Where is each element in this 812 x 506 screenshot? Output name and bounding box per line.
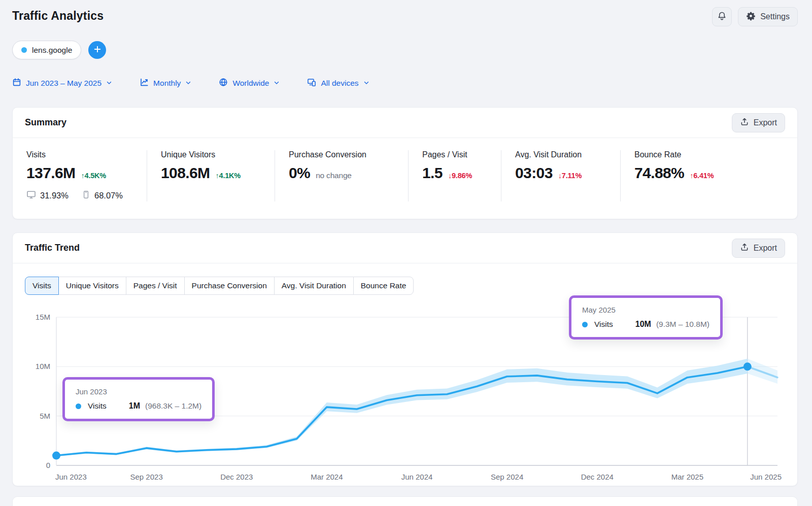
domain-chip[interactable]: lens.google <box>12 41 81 59</box>
chevron-down-icon <box>274 79 280 88</box>
filter-granularity[interactable]: Monthly <box>140 78 191 89</box>
metric-change: ↑4.5K% <box>81 172 106 180</box>
tab-purchase-conversion[interactable]: Purchase Conversion <box>184 277 275 295</box>
series-label: Visits <box>88 401 107 411</box>
tab-visits[interactable]: Visits <box>25 277 59 295</box>
filter-region-label: Worldwide <box>232 79 269 88</box>
line-chart-icon <box>140 78 149 89</box>
bell-icon <box>717 11 727 23</box>
svg-text:Jun 2024: Jun 2024 <box>401 473 433 481</box>
domain-color-dot <box>21 47 27 53</box>
svg-text:15M: 15M <box>36 313 50 321</box>
traffic-trend-card: Traffic Trend Export Visits Unique Visit… <box>12 232 798 486</box>
filter-region[interactable]: Worldwide <box>219 78 280 89</box>
metric-value: 0% <box>289 164 310 182</box>
metric-visits: Visits 137.6M ↑4.5K% 31.93% 68.07% <box>13 150 147 201</box>
filter-date-range[interactable]: Jun 2023 – May 2025 <box>12 78 112 89</box>
metric-label: Bounce Rate <box>634 150 791 159</box>
settings-label: Settings <box>760 12 790 21</box>
tab-bounce-rate[interactable]: Bounce Rate <box>353 277 414 295</box>
metric-change: ↑6.41% <box>690 172 714 180</box>
metric-purchase-conversion: Purchase Conversion 0% no change <box>275 150 408 201</box>
tooltip-date: May 2025 <box>582 306 709 314</box>
svg-text:Mar 2024: Mar 2024 <box>311 473 343 481</box>
metric-value: 137.6M <box>26 164 75 182</box>
series-dot-icon <box>582 322 588 327</box>
calendar-icon <box>12 78 21 89</box>
globe-icon <box>219 78 228 89</box>
svg-text:Dec 2023: Dec 2023 <box>220 473 253 481</box>
tab-unique-visitors[interactable]: Unique Visitors <box>58 277 126 295</box>
metric-value: 108.6M <box>161 164 210 182</box>
trend-title: Traffic Trend <box>25 243 80 253</box>
svg-text:5M: 5M <box>40 412 50 420</box>
metric-value: 74.88% <box>634 164 684 182</box>
topbar: Traffic Analytics Settings <box>0 0 812 26</box>
metric-bounce-rate: Bounce Rate 74.88% ↑6.41% <box>620 150 797 201</box>
desktop-icon <box>26 190 36 201</box>
chevron-down-icon <box>106 79 112 88</box>
metric-change: ↓7.11% <box>558 172 582 180</box>
trend-card-header: Traffic Trend Export <box>13 233 797 263</box>
tooltip-may-2025: May 2025 Visits 10M (9.3M – 10.8M) <box>569 295 723 340</box>
tooltip-range: (9.3M – 10.8M) <box>656 320 709 329</box>
filter-devices[interactable]: All devices <box>307 78 369 89</box>
page-title: Traffic Analytics <box>12 9 104 23</box>
svg-text:Mar 2025: Mar 2025 <box>671 473 703 481</box>
tooltip-value: 10M <box>635 320 651 329</box>
export-label: Export <box>754 244 777 253</box>
trend-card-body: Visits Unique Visitors Pages / Visit Pur… <box>13 263 797 486</box>
filter-devices-label: All devices <box>321 79 358 88</box>
metric-value: 1.5 <box>422 164 443 182</box>
export-label: Export <box>754 118 777 127</box>
next-card-partial <box>12 496 798 506</box>
export-icon <box>740 243 749 254</box>
tab-avg-visit-duration[interactable]: Avg. Visit Duration <box>274 277 354 295</box>
series-label: Visits <box>594 320 613 329</box>
tooltip-range: (968.3K – 1.2M) <box>145 401 201 411</box>
metric-label: Avg. Visit Duration <box>515 150 614 159</box>
top-actions: Settings <box>712 7 798 26</box>
devices-icon <box>307 78 316 89</box>
mobile-share: 68.07% <box>94 191 123 200</box>
svg-text:Jun 2023: Jun 2023 <box>55 473 87 481</box>
summary-card-header: Summary Export <box>13 108 797 138</box>
tooltip-date: Jun 2023 <box>76 387 201 396</box>
metric-avg-visit-duration: Avg. Visit Duration 03:03 ↓7.11% <box>501 150 620 201</box>
svg-text:Sep 2023: Sep 2023 <box>130 473 163 481</box>
add-domain-button[interactable] <box>88 41 106 59</box>
tab-pages-per-visit[interactable]: Pages / Visit <box>126 277 185 295</box>
gear-icon <box>746 11 756 23</box>
trend-export-button[interactable]: Export <box>732 239 785 258</box>
filter-date-label: Jun 2023 – May 2025 <box>26 79 101 88</box>
metric-change: ↓9.86% <box>448 172 472 180</box>
metric-change: no change <box>316 171 352 180</box>
metric-pages-per-visit: Pages / Visit 1.5 ↓9.86% <box>408 150 501 201</box>
summary-export-button[interactable]: Export <box>732 113 785 132</box>
filter-bar: Jun 2023 – May 2025 Monthly Worldwide Al… <box>0 59 812 89</box>
metric-tabs: Visits Unique Visitors Pages / Visit Pur… <box>25 277 785 295</box>
summary-metrics: Visits 137.6M ↑4.5K% 31.93% 68.07% <box>13 138 797 219</box>
metric-label: Pages / Visit <box>422 150 495 159</box>
device-split: 31.93% 68.07% <box>26 190 141 201</box>
settings-button[interactable]: Settings <box>738 7 798 26</box>
metric-label: Unique Visitors <box>161 150 268 159</box>
mobile-icon <box>82 190 90 201</box>
metric-label: Purchase Conversion <box>289 150 402 159</box>
tooltip-jun-2023: Jun 2023 Visits 1M (968.3K – 1.2M) <box>62 377 215 421</box>
svg-text:Dec 2024: Dec 2024 <box>581 473 614 481</box>
desktop-share: 31.93% <box>40 191 69 200</box>
target-row: lens.google <box>0 26 812 59</box>
export-icon <box>740 117 749 128</box>
tooltip-value: 1M <box>129 401 140 411</box>
notifications-button[interactable] <box>712 7 732 26</box>
svg-text:Jun 2025: Jun 2025 <box>750 473 782 481</box>
svg-text:Sep 2024: Sep 2024 <box>491 473 523 481</box>
svg-text:0: 0 <box>46 461 50 469</box>
filter-granularity-label: Monthly <box>153 79 181 88</box>
summary-title: Summary <box>25 117 66 128</box>
series-dot-icon <box>76 403 81 409</box>
summary-card: Summary Export Visits 137.6M ↑4.5K% 31.9… <box>12 107 798 219</box>
chevron-down-icon <box>363 79 369 88</box>
plus-icon <box>93 45 102 55</box>
